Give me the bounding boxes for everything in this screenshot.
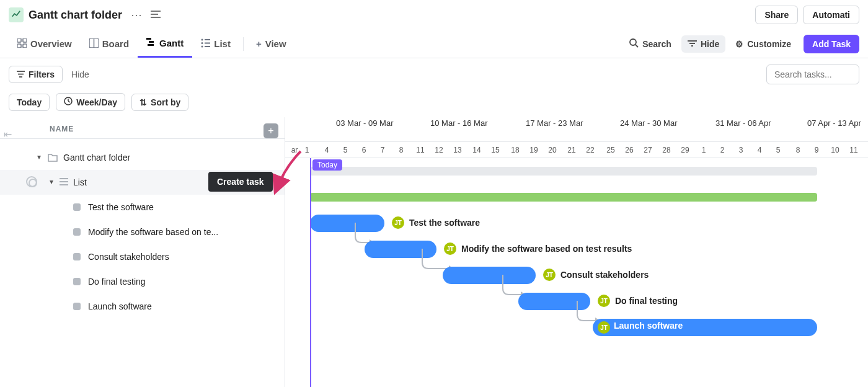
- day-cell: 4: [750, 142, 769, 158]
- day-cell: 11: [844, 142, 863, 158]
- gear-icon: ⚙: [735, 39, 743, 49]
- status-dot-icon: [73, 228, 81, 236]
- collapse-sidebar-icon[interactable]: ⇤: [4, 128, 12, 140]
- day-cell: 5: [769, 142, 787, 158]
- svg-rect-6: [23, 44, 27, 48]
- search-button[interactable]: Search: [623, 35, 678, 53]
- day-cell: 2: [713, 142, 732, 158]
- label: Filters: [29, 69, 55, 79]
- day-cell: 8: [392, 142, 410, 158]
- folder-row[interactable]: ▾ Gantt chart folder: [0, 145, 285, 170]
- task-label: Launch software: [614, 321, 683, 331]
- task-row[interactable]: Test the software: [0, 195, 285, 220]
- gantt-week-header: 03 Mar - 09 Mar10 Mar - 16 Mar17 Mar - 2…: [285, 117, 868, 142]
- task-name: Launch software: [88, 301, 152, 311]
- task-bar[interactable]: [443, 267, 536, 284]
- hide-link[interactable]: Hide: [71, 69, 89, 79]
- task-name: Do final testing: [88, 277, 146, 287]
- share-button[interactable]: Share: [755, 6, 798, 24]
- svg-point-14: [202, 42, 203, 44]
- task-label: Consult stakeholders: [560, 270, 649, 280]
- task-row[interactable]: Launch software: [0, 294, 285, 319]
- board-icon: [89, 38, 99, 50]
- gantt-row-task: JTTest the software: [285, 210, 868, 236]
- topbar: Gantt chart folder ⋯ Share Automati: [0, 0, 868, 30]
- column-header: NAME +: [0, 120, 285, 139]
- gantt-row-task: JTConsult stakeholders: [285, 262, 868, 288]
- assignee-avatar[interactable]: JT: [392, 216, 404, 229]
- more-icon[interactable]: ⋯: [131, 8, 142, 22]
- assignee-avatar[interactable]: JT: [598, 321, 610, 334]
- task-row[interactable]: Do final testing: [0, 269, 285, 294]
- tab-overview[interactable]: Overview: [9, 30, 81, 58]
- add-column-button[interactable]: +: [264, 123, 278, 138]
- sortby-button[interactable]: ⇅ Sort by: [131, 94, 188, 111]
- task-bar[interactable]: [365, 241, 436, 258]
- add-task-button[interactable]: Add Task: [804, 35, 859, 53]
- ring-icon: [26, 176, 37, 187]
- folder-bar[interactable]: [310, 167, 817, 176]
- day-cell: 7: [373, 142, 392, 158]
- caret-icon[interactable]: ▾: [37, 153, 41, 161]
- svg-line-19: [636, 45, 638, 47]
- search-tasks-input[interactable]: [766, 64, 859, 84]
- hide-icon: [688, 39, 697, 49]
- status-dot-icon: [73, 278, 81, 285]
- hide-button[interactable]: Hide: [681, 35, 725, 53]
- weekday-button[interactable]: Week/Day: [56, 93, 125, 111]
- label: Week/Day: [76, 97, 117, 107]
- label: Hide: [701, 39, 719, 49]
- svg-rect-5: [17, 44, 21, 48]
- day-cell: 27: [639, 142, 657, 158]
- task-tree: ▾ Gantt chart folder ▾ List → + Test the…: [0, 139, 285, 319]
- svg-rect-3: [17, 38, 21, 42]
- caret-icon[interactable]: ▾: [50, 177, 53, 186]
- list-name: List: [73, 177, 87, 187]
- gantt-row-task: JTModify the software based on test resu…: [285, 236, 868, 262]
- automation-button[interactable]: Automati: [803, 6, 859, 24]
- day-cell: 4: [317, 142, 336, 158]
- svg-rect-11: [148, 44, 154, 46]
- plus-icon: +: [256, 38, 262, 49]
- gantt-icon: [146, 37, 156, 48]
- task-bar[interactable]: [518, 293, 590, 310]
- gantt-rows: JTTest the software JTModify the softwar…: [285, 158, 868, 340]
- calendar-icon: [64, 97, 73, 107]
- gantt-day-header: ar14567811121314151819202122252627282912…: [285, 142, 868, 158]
- day-cell: 28: [657, 142, 676, 158]
- assignee-avatar[interactable]: JT: [543, 269, 556, 281]
- label: Customize: [747, 39, 791, 49]
- task-row[interactable]: Modify the software based on te...: [0, 220, 285, 244]
- list-bar[interactable]: [310, 193, 817, 202]
- main: ⇤ NAME + ▾ Gantt chart folder ▾ List: [0, 117, 868, 387]
- filters-button[interactable]: Filters: [9, 66, 63, 83]
- folder-name: Gantt chart folder: [63, 153, 130, 162]
- task-bar[interactable]: [310, 215, 384, 232]
- add-view-button[interactable]: + View: [247, 30, 295, 58]
- day-cell: 20: [543, 142, 562, 158]
- customize-button[interactable]: ⚙ Customize: [729, 35, 797, 53]
- tab-list[interactable]: List: [192, 30, 239, 58]
- task-label: Modify the software based on test result…: [461, 244, 632, 254]
- view-tabs: Overview Board Gantt List + View Search …: [0, 30, 868, 58]
- tab-label: Gantt: [159, 38, 184, 48]
- day-cell: 26: [620, 142, 639, 158]
- tab-gantt[interactable]: Gantt: [138, 30, 192, 58]
- collapse-icon[interactable]: [151, 9, 161, 22]
- status-dot-icon: [73, 303, 81, 310]
- day-cell: 5: [336, 142, 355, 158]
- day-cell: 6: [355, 142, 373, 158]
- today-badge: Today: [312, 159, 342, 171]
- task-row[interactable]: Consult stakeholders: [0, 244, 285, 269]
- tab-board[interactable]: Board: [81, 30, 138, 58]
- page-title: Gantt chart folder: [29, 9, 122, 22]
- day-cell: 12: [430, 142, 448, 158]
- filter-row: Filters Hide: [0, 58, 868, 91]
- today-button[interactable]: Today: [9, 94, 50, 111]
- gantt-chart[interactable]: 03 Mar - 09 Mar10 Mar - 16 Mar17 Mar - 2…: [285, 117, 868, 387]
- gantt-row-task: JTDo final testing: [285, 288, 868, 314]
- task-name: Modify the software based on te...: [88, 227, 218, 237]
- create-task-tooltip: Create task: [208, 172, 273, 192]
- assignee-avatar[interactable]: JT: [444, 242, 456, 255]
- assignee-avatar[interactable]: JT: [598, 295, 610, 307]
